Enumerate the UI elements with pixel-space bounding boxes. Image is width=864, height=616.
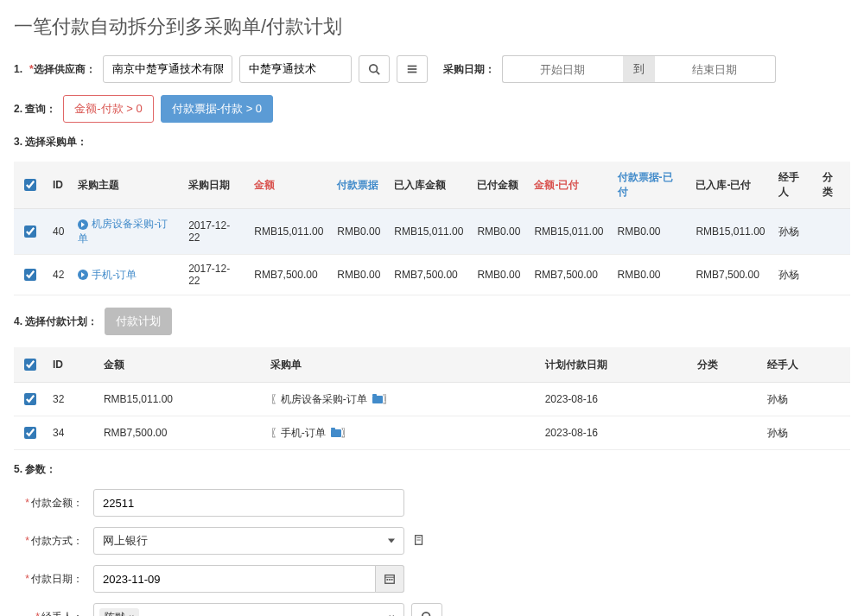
- cell-plan-date: 2023-08-16: [538, 416, 691, 450]
- payment-amount-input[interactable]: [93, 489, 404, 517]
- cell-invoice-paid: RMB0.00: [611, 209, 689, 255]
- svg-rect-3: [407, 68, 416, 70]
- calendar-button[interactable]: [375, 565, 404, 593]
- pcol-id: ID: [46, 347, 97, 383]
- step1-num: 1.: [14, 63, 22, 75]
- handler-tag: 陈默 ×: [99, 608, 139, 617]
- po-subject-link[interactable]: 手机-订单: [78, 269, 137, 281]
- cell-po: 〖手机-订单 〗: [264, 416, 538, 450]
- clear-handler-icon[interactable]: ×: [388, 611, 395, 617]
- folder-icon: [372, 396, 383, 403]
- calendar-icon: [384, 573, 396, 585]
- purchase-date-label: 采购日期：: [443, 62, 495, 77]
- cell-amount: RMB15,011.00: [247, 209, 330, 255]
- plan-select-all[interactable]: [24, 359, 36, 371]
- list-icon: [406, 63, 418, 75]
- cell-plan-date: 2023-08-16: [538, 383, 691, 416]
- edit-method-icon[interactable]: [413, 534, 425, 549]
- col-subject: 采购主题: [71, 162, 181, 209]
- row-checkbox[interactable]: [24, 393, 36, 405]
- pcol-amount: 金额: [97, 347, 264, 383]
- cell-invoice-paid: RMB0.00: [611, 255, 689, 295]
- supplier-input[interactable]: [103, 55, 232, 83]
- svg-rect-4: [407, 72, 416, 73]
- cell-paid-amount: RMB0.00: [470, 255, 527, 295]
- col-amount-paid: 金额-已付: [527, 162, 610, 209]
- cell-po: 〖机房设备采购-订单 〗: [264, 383, 538, 416]
- cell-in-paid: RMB15,011.00: [689, 209, 772, 255]
- search-button[interactable]: [359, 55, 390, 83]
- handler-tag-input[interactable]: 陈默 × ×: [93, 603, 404, 616]
- svg-rect-12: [391, 579, 393, 581]
- pcol-plan-date: 计划付款日期: [538, 347, 691, 383]
- step3-label: 3. 选择采购单：: [14, 135, 87, 149]
- row-checkbox[interactable]: [24, 427, 36, 439]
- end-date-input[interactable]: [655, 55, 776, 83]
- date-to-label: 到: [623, 55, 655, 83]
- search-icon: [368, 63, 380, 75]
- row-checkbox[interactable]: [24, 225, 36, 238]
- col-id: ID: [46, 162, 71, 209]
- note-icon: [413, 534, 425, 546]
- cell-in-paid: RMB7,500.00: [689, 255, 772, 295]
- row-checkbox[interactable]: [24, 269, 36, 281]
- cell-in-amount: RMB15,011.00: [387, 209, 470, 255]
- payment-method-select[interactable]: 网上银行: [93, 527, 404, 555]
- table-row: 40机房设备采购-订单2017-12-22RMB15,011.00RMB0.00…: [14, 209, 850, 255]
- table-row: 42手机-订单2017-12-22RMB7,500.00RMB0.00RMB7,…: [14, 255, 850, 295]
- payment-plan-button[interactable]: 付款计划: [105, 308, 172, 335]
- cell-id: 42: [46, 255, 71, 295]
- plan-table: ID 金额 采购单 计划付款日期 分类 经手人 32RMB15,011.00〖机…: [14, 347, 850, 450]
- step5-label: 5. 参数：: [14, 462, 56, 477]
- col-paid-amount: 已付金额: [470, 162, 527, 209]
- arrow-icon: [78, 219, 88, 230]
- cell-date: 2017-12-22: [181, 255, 247, 295]
- cell-handler: 孙杨: [772, 255, 816, 295]
- cell-id: 32: [46, 383, 97, 416]
- supplier-short-input[interactable]: [239, 55, 352, 83]
- cell-paid-amount: RMB0.00: [470, 209, 527, 255]
- step-3-row: 3. 选择采购单：: [14, 135, 850, 149]
- cell-category: [690, 416, 759, 450]
- cell-date: 2017-12-22: [181, 209, 247, 255]
- arrow-icon: [78, 270, 88, 280]
- payment-date-input[interactable]: [93, 565, 404, 593]
- cell-amount: RMB15,011.00: [97, 383, 264, 416]
- folder-icon: [331, 429, 341, 437]
- list-button[interactable]: [397, 55, 428, 83]
- step-5-row: 5. 参数：: [14, 462, 850, 477]
- handler-search-button[interactable]: [411, 603, 442, 616]
- search-icon: [421, 611, 433, 616]
- col-in-amount: 已入库金额: [387, 162, 470, 209]
- start-date-input[interactable]: [502, 55, 623, 83]
- page-title: 一笔付款自动拆分到多采购单/付款计划: [14, 14, 850, 40]
- svg-rect-10: [387, 579, 389, 581]
- date-label: 付款日期：: [31, 573, 83, 585]
- query-amount-button[interactable]: 金额-付款 > 0: [63, 95, 153, 123]
- query-invoice-button[interactable]: 付款票据-付款 > 0: [161, 95, 273, 123]
- col-category: 分类: [816, 162, 850, 209]
- step2-label: 2. 查询：: [14, 102, 56, 117]
- method-label: 付款方式：: [31, 535, 83, 547]
- date-range: 到: [502, 55, 776, 83]
- cell-id: 40: [46, 209, 71, 255]
- col-invoice: 付款票据: [330, 162, 387, 209]
- step-2-row: 2. 查询： 金额-付款 > 0 付款票据-付款 > 0: [14, 95, 850, 123]
- cell-amount-paid: RMB15,011.00: [527, 209, 610, 255]
- cell-category: [690, 383, 759, 416]
- col-date: 采购日期: [181, 162, 247, 209]
- col-in-paid: 已入库-已付: [689, 162, 772, 209]
- supplier-label: *选择供应商：: [29, 62, 96, 77]
- step-1-row: 1. *选择供应商： 采购日期： 到: [14, 55, 850, 83]
- table-row: 34RMB7,500.00〖手机-订单 〗2023-08-16孙杨: [14, 416, 850, 450]
- cell-in-amount: RMB7,500.00: [387, 255, 470, 295]
- tag-remove-icon[interactable]: ×: [129, 612, 134, 616]
- po-select-all[interactable]: [24, 179, 36, 191]
- pcol-handler: 经手人: [760, 347, 850, 383]
- po-subject-link[interactable]: 机房设备采购-订单: [78, 218, 168, 244]
- handler-label: 经手人：: [41, 611, 83, 617]
- svg-line-1: [376, 72, 379, 75]
- pcol-category: 分类: [690, 347, 759, 383]
- col-handler: 经手人: [772, 162, 816, 209]
- cell-amount: RMB7,500.00: [97, 416, 264, 450]
